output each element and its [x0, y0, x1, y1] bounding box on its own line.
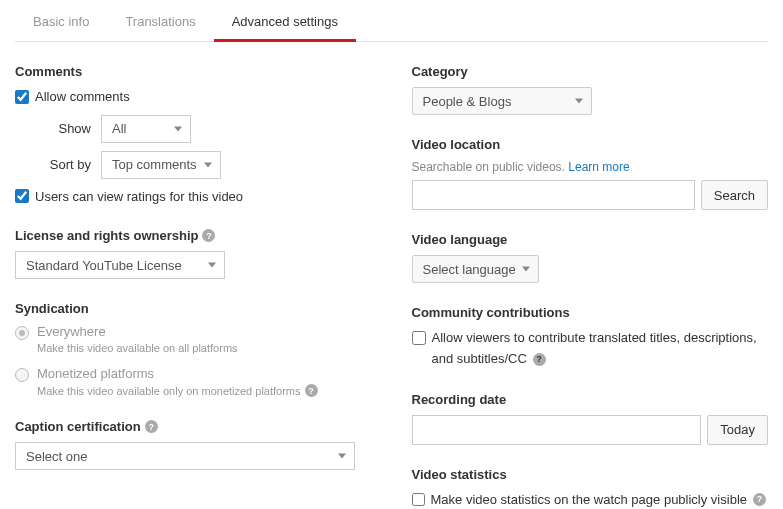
- chevron-down-icon: [575, 99, 583, 104]
- tab-advanced-settings[interactable]: Advanced settings: [214, 4, 356, 41]
- allow-comments-input[interactable]: [15, 90, 29, 104]
- help-icon[interactable]: ?: [753, 493, 766, 506]
- community-section: Community contributions Allow viewers to…: [412, 305, 769, 370]
- syndication-opt-sub: Make this video available on all platfor…: [37, 342, 238, 354]
- syndication-opt-label: Everywhere: [37, 324, 238, 339]
- learn-more-link[interactable]: Learn more: [568, 160, 629, 174]
- stats-input[interactable]: [412, 493, 425, 506]
- help-icon[interactable]: ?: [305, 384, 318, 397]
- chevron-down-icon: [208, 263, 216, 268]
- sort-label: Sort by: [15, 157, 101, 172]
- radio-icon: [15, 326, 29, 340]
- help-icon[interactable]: ?: [533, 353, 546, 366]
- location-hint: Searchable on public videos. Learn more: [412, 160, 769, 174]
- category-title: Category: [412, 64, 769, 79]
- language-section: Video language Select language: [412, 232, 769, 283]
- allow-comments-checkbox[interactable]: Allow comments: [15, 87, 372, 107]
- recording-section: Recording date Today: [412, 392, 769, 445]
- radio-icon: [15, 368, 29, 382]
- view-ratings-input[interactable]: [15, 189, 29, 203]
- language-title: Video language: [412, 232, 769, 247]
- chevron-down-icon: [338, 454, 346, 459]
- chevron-down-icon: [204, 162, 212, 167]
- location-section: Video location Searchable on public vide…: [412, 137, 769, 210]
- chevron-down-icon: [522, 267, 530, 272]
- comments-section: Comments Allow comments Show All Sort by…: [15, 64, 372, 206]
- right-column: Category People & Blogs Video location S…: [412, 64, 769, 509]
- community-title: Community contributions: [412, 305, 769, 320]
- language-select[interactable]: Select language: [412, 255, 539, 283]
- community-input[interactable]: [412, 331, 426, 345]
- view-ratings-label: Users can view ratings for this video: [35, 187, 243, 207]
- community-label: Allow viewers to contribute translated t…: [432, 328, 769, 370]
- left-column: Comments Allow comments Show All Sort by…: [15, 64, 372, 509]
- chevron-down-icon: [174, 126, 182, 131]
- location-title: Video location: [412, 137, 769, 152]
- recording-title: Recording date: [412, 392, 769, 407]
- comments-title: Comments: [15, 64, 372, 79]
- syndication-monetized[interactable]: Monetized platforms Make this video avai…: [15, 366, 372, 397]
- caption-select[interactable]: Select one: [15, 442, 355, 470]
- allow-comments-label: Allow comments: [35, 87, 130, 107]
- show-label: Show: [15, 121, 101, 136]
- tab-basic-info[interactable]: Basic info: [15, 4, 107, 41]
- location-input[interactable]: [412, 180, 695, 210]
- stats-label: Make video statistics on the watch page …: [431, 490, 748, 509]
- syndication-title: Syndication: [15, 301, 372, 316]
- show-select[interactable]: All: [101, 115, 191, 143]
- syndication-everywhere[interactable]: Everywhere Make this video available on …: [15, 324, 372, 354]
- license-title: License and rights ownership: [15, 228, 198, 243]
- view-ratings-checkbox[interactable]: Users can view ratings for this video: [15, 187, 372, 207]
- license-select[interactable]: Standard YouTube License: [15, 251, 225, 279]
- recording-date-input[interactable]: [412, 415, 702, 445]
- stats-title: Video statistics: [412, 467, 769, 482]
- category-section: Category People & Blogs: [412, 64, 769, 115]
- stats-checkbox[interactable]: Make video statistics on the watch page …: [412, 490, 769, 509]
- stats-section: Video statistics Make video statistics o…: [412, 467, 769, 509]
- syndication-section: Syndication Everywhere Make this video a…: [15, 301, 372, 397]
- today-button[interactable]: Today: [707, 415, 768, 445]
- search-button[interactable]: Search: [701, 180, 768, 210]
- caption-title: Caption certification: [15, 419, 141, 434]
- syndication-opt-sub: Make this video available only on moneti…: [37, 385, 301, 397]
- help-icon[interactable]: ?: [202, 229, 215, 242]
- category-select[interactable]: People & Blogs: [412, 87, 592, 115]
- help-icon[interactable]: ?: [145, 420, 158, 433]
- syndication-opt-label: Monetized platforms: [37, 366, 318, 381]
- community-checkbox[interactable]: Allow viewers to contribute translated t…: [412, 328, 769, 370]
- sort-select[interactable]: Top comments: [101, 151, 221, 179]
- license-section: License and rights ownership ? Standard …: [15, 228, 372, 279]
- tab-bar: Basic info Translations Advanced setting…: [15, 4, 768, 42]
- caption-section: Caption certification ? Select one: [15, 419, 372, 470]
- tab-translations[interactable]: Translations: [107, 4, 213, 41]
